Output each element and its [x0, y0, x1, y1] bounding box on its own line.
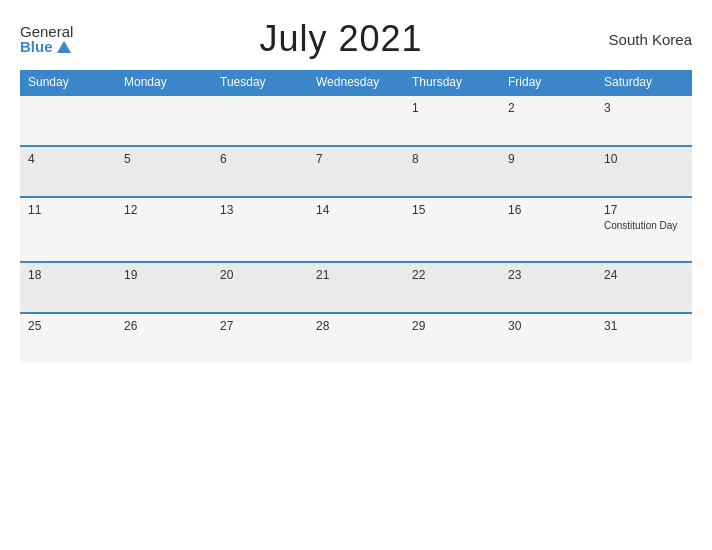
calendar-day-cell: 4 — [20, 146, 116, 197]
calendar-day-cell — [116, 95, 212, 146]
day-number: 31 — [604, 319, 617, 333]
day-number: 24 — [604, 268, 617, 282]
calendar-day-cell: 5 — [116, 146, 212, 197]
calendar-page: General Blue July 2021 South Korea Sunda… — [0, 0, 712, 550]
day-number: 15 — [412, 203, 425, 217]
calendar-day-cell — [20, 95, 116, 146]
col-wednesday: Wednesday — [308, 70, 404, 95]
day-number: 4 — [28, 152, 35, 166]
calendar-day-cell: 18 — [20, 262, 116, 313]
calendar-day-cell: 24 — [596, 262, 692, 313]
day-number: 27 — [220, 319, 233, 333]
calendar-day-cell: 25 — [20, 313, 116, 363]
day-number: 25 — [28, 319, 41, 333]
country-label: South Korea — [609, 31, 692, 48]
day-number: 12 — [124, 203, 137, 217]
day-number: 10 — [604, 152, 617, 166]
col-sunday: Sunday — [20, 70, 116, 95]
day-number: 23 — [508, 268, 521, 282]
day-number: 1 — [412, 101, 419, 115]
calendar-day-cell: 16 — [500, 197, 596, 262]
calendar-day-cell: 27 — [212, 313, 308, 363]
calendar-week-row: 25262728293031 — [20, 313, 692, 363]
calendar-day-cell: 2 — [500, 95, 596, 146]
calendar-day-cell: 20 — [212, 262, 308, 313]
calendar-day-cell: 19 — [116, 262, 212, 313]
col-monday: Monday — [116, 70, 212, 95]
calendar-table: Sunday Monday Tuesday Wednesday Thursday… — [20, 70, 692, 363]
col-friday: Friday — [500, 70, 596, 95]
calendar-day-cell: 1 — [404, 95, 500, 146]
calendar-day-cell: 26 — [116, 313, 212, 363]
calendar-day-cell: 31 — [596, 313, 692, 363]
day-number: 11 — [28, 203, 41, 217]
day-number: 22 — [412, 268, 425, 282]
calendar-week-row: 45678910 — [20, 146, 692, 197]
day-number: 14 — [316, 203, 329, 217]
day-number: 8 — [412, 152, 419, 166]
day-number: 26 — [124, 319, 137, 333]
day-number: 19 — [124, 268, 137, 282]
calendar-day-cell: 29 — [404, 313, 500, 363]
day-number: 2 — [508, 101, 515, 115]
calendar-day-cell — [308, 95, 404, 146]
calendar-week-row: 11121314151617Constitution Day — [20, 197, 692, 262]
calendar-day-cell: 17Constitution Day — [596, 197, 692, 262]
calendar-week-row: 123 — [20, 95, 692, 146]
calendar-day-cell: 21 — [308, 262, 404, 313]
calendar-day-cell: 28 — [308, 313, 404, 363]
calendar-day-cell: 6 — [212, 146, 308, 197]
calendar-day-cell: 12 — [116, 197, 212, 262]
calendar-day-cell: 22 — [404, 262, 500, 313]
calendar-day-cell: 23 — [500, 262, 596, 313]
calendar-header-row: Sunday Monday Tuesday Wednesday Thursday… — [20, 70, 692, 95]
calendar-day-cell: 13 — [212, 197, 308, 262]
calendar-day-cell: 11 — [20, 197, 116, 262]
calendar-day-cell: 7 — [308, 146, 404, 197]
day-number: 28 — [316, 319, 329, 333]
calendar-day-cell: 15 — [404, 197, 500, 262]
day-number: 18 — [28, 268, 41, 282]
calendar-day-cell: 10 — [596, 146, 692, 197]
day-number: 13 — [220, 203, 233, 217]
logo: General Blue — [20, 24, 73, 54]
day-number: 16 — [508, 203, 521, 217]
day-number: 20 — [220, 268, 233, 282]
calendar-day-cell: 14 — [308, 197, 404, 262]
day-number: 3 — [604, 101, 611, 115]
calendar-day-cell: 3 — [596, 95, 692, 146]
day-number: 17 — [604, 203, 617, 217]
calendar-day-cell: 30 — [500, 313, 596, 363]
calendar-day-cell: 8 — [404, 146, 500, 197]
month-title: July 2021 — [259, 18, 422, 60]
logo-triangle-icon — [57, 41, 71, 53]
day-number: 9 — [508, 152, 515, 166]
day-number: 7 — [316, 152, 323, 166]
col-thursday: Thursday — [404, 70, 500, 95]
logo-blue-text: Blue — [20, 39, 71, 54]
holiday-label: Constitution Day — [604, 220, 684, 231]
calendar-day-cell — [212, 95, 308, 146]
logo-general-text: General — [20, 24, 73, 39]
day-number: 21 — [316, 268, 329, 282]
calendar-day-cell: 9 — [500, 146, 596, 197]
header: General Blue July 2021 South Korea — [20, 18, 692, 60]
day-number: 29 — [412, 319, 425, 333]
col-tuesday: Tuesday — [212, 70, 308, 95]
day-number: 6 — [220, 152, 227, 166]
day-number: 5 — [124, 152, 131, 166]
col-saturday: Saturday — [596, 70, 692, 95]
day-number: 30 — [508, 319, 521, 333]
calendar-week-row: 18192021222324 — [20, 262, 692, 313]
